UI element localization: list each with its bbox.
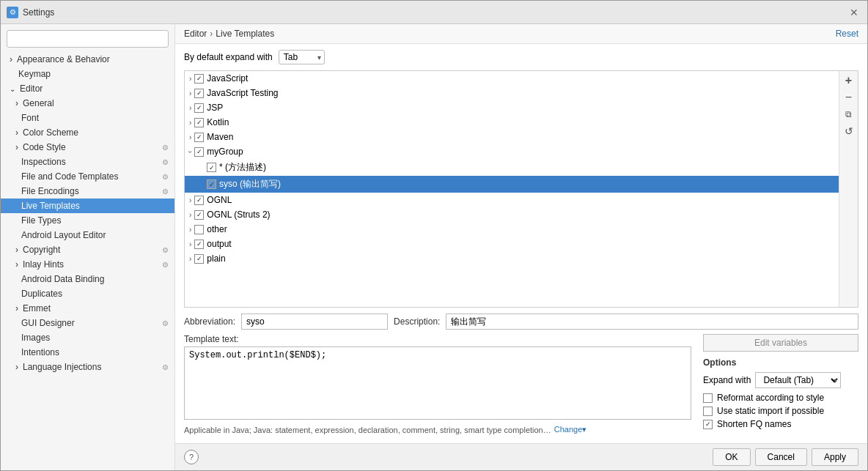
group-maven[interactable]: › Maven bbox=[185, 130, 839, 144]
change-arrow: ▾ bbox=[582, 425, 586, 434]
abbreviation-input[interactable] bbox=[241, 314, 388, 330]
cancel-button[interactable]: Cancel bbox=[755, 448, 807, 466]
expand-arrow-ognl: › bbox=[189, 196, 191, 204]
template-item-syso[interactable]: syso (输出简写) bbox=[185, 176, 839, 193]
sidebar-item-language-injections[interactable]: Language Injections ⚙ bbox=[1, 360, 174, 374]
checkbox-js-testing[interactable] bbox=[194, 89, 204, 98]
group-javascript[interactable]: › JavaScript bbox=[185, 71, 839, 86]
edit-variables-button[interactable]: Edit variables bbox=[703, 334, 858, 352]
apply-button[interactable]: Apply bbox=[812, 448, 858, 466]
sidebar-item-gui-designer[interactable]: GUI Designer ⚙ bbox=[1, 316, 174, 330]
copy-button[interactable]: ⧉ bbox=[841, 106, 857, 122]
sidebar-item-label: Color Scheme bbox=[23, 127, 78, 138]
description-input[interactable] bbox=[446, 314, 858, 330]
group-ognl-struts2[interactable]: › OGNL (Struts 2) bbox=[185, 207, 839, 222]
sidebar-item-android-data-binding[interactable]: Android Data Binding bbox=[1, 272, 174, 286]
sidebar-item-appearance[interactable]: Appearance & Behavior bbox=[1, 52, 174, 67]
checkbox-other[interactable] bbox=[194, 225, 204, 234]
checkbox-maven[interactable] bbox=[194, 133, 204, 142]
shorten-eq-checkbox[interactable] bbox=[703, 420, 713, 429]
checkbox-javascript[interactable] bbox=[194, 74, 204, 84]
sidebar-item-label: Inlay Hints bbox=[23, 259, 64, 270]
checkbox-plain[interactable] bbox=[194, 254, 204, 264]
sidebar-item-general[interactable]: General bbox=[1, 96, 174, 111]
breadcrumb: Editor › Live Templates Reset bbox=[175, 24, 867, 44]
sidebar-item-android-layout-editor[interactable]: Android Layout Editor bbox=[1, 228, 174, 242]
expand-arrow-js-testing: › bbox=[189, 89, 191, 97]
sidebar-item-label: File Encodings bbox=[21, 186, 79, 196]
change-link[interactable]: Change▾ bbox=[554, 425, 587, 434]
checkbox-kotlin[interactable] bbox=[194, 118, 204, 127]
checkbox-mygroup[interactable] bbox=[194, 147, 204, 157]
reformat-checkbox[interactable] bbox=[703, 393, 713, 403]
expand-with-label: By default expand with bbox=[184, 52, 273, 62]
sidebar: Appearance & Behavior Keymap Editor Gene… bbox=[1, 24, 175, 470]
sidebar-item-file-code-templates[interactable]: File and Code Templates ⚙ bbox=[1, 169, 174, 184]
group-output[interactable]: › output bbox=[185, 237, 839, 251]
template-text-label: Template text: bbox=[184, 334, 691, 344]
group-label-javascript: JavaScript bbox=[207, 73, 248, 84]
group-label-plain: plain bbox=[207, 253, 225, 264]
ok-button[interactable]: OK bbox=[713, 448, 750, 466]
checkbox-output[interactable] bbox=[194, 240, 204, 249]
group-other[interactable]: › other bbox=[185, 222, 839, 237]
panel-content: By default expand with Tab Enter Space bbox=[175, 44, 867, 443]
reset-restore-button[interactable]: ↺ bbox=[841, 123, 857, 139]
reformat-option-row: Reformat according to style bbox=[703, 393, 858, 403]
static-import-checkbox[interactable] bbox=[703, 407, 713, 416]
sidebar-item-duplicates[interactable]: Duplicates bbox=[1, 286, 174, 301]
sidebar-item-code-style[interactable]: Code Style ⚙ bbox=[1, 140, 174, 155]
group-ognl[interactable]: › OGNL bbox=[185, 193, 839, 207]
group-label-ognl-struts2: OGNL (Struts 2) bbox=[207, 209, 270, 220]
sidebar-item-file-types[interactable]: File Types bbox=[1, 213, 174, 228]
sidebar-item-emmet[interactable]: Emmet bbox=[1, 301, 174, 316]
template-actions: + − ⧉ ↺ bbox=[839, 71, 858, 307]
add-button[interactable]: + bbox=[841, 73, 857, 89]
gear-icon: ⚙ bbox=[162, 158, 169, 166]
gear-icon: ⚙ bbox=[162, 144, 169, 152]
sidebar-item-label: Emmet bbox=[23, 303, 51, 314]
sidebar-item-images[interactable]: Images bbox=[1, 330, 174, 345]
checkbox-jsp[interactable] bbox=[194, 103, 204, 113]
group-jsp[interactable]: › JSP bbox=[185, 100, 839, 115]
breadcrumb-path: Editor › Live Templates bbox=[184, 29, 274, 39]
close-button[interactable]: ✕ bbox=[847, 5, 861, 20]
checkbox-method-desc[interactable] bbox=[207, 163, 216, 172]
gear-icon: ⚙ bbox=[162, 188, 169, 196]
sidebar-item-intentions[interactable]: Intentions bbox=[1, 345, 174, 360]
options-expand-select[interactable]: Default (Tab) Tab Enter Space bbox=[755, 372, 841, 388]
templates-container: › JavaScript › JavaScript Testing › bbox=[184, 70, 858, 308]
group-plain[interactable]: › plain bbox=[185, 251, 839, 266]
sidebar-item-copyright[interactable]: Copyright ⚙ bbox=[1, 242, 174, 257]
sidebar-item-font[interactable]: Font bbox=[1, 111, 174, 125]
sidebar-item-editor[interactable]: Editor bbox=[1, 81, 174, 96]
sidebar-item-file-encodings[interactable]: File Encodings ⚙ bbox=[1, 184, 174, 199]
group-label-maven: Maven bbox=[207, 132, 233, 142]
abbrev-desc-row: Abbreviation: Description: bbox=[184, 314, 858, 330]
group-javascript-testing[interactable]: › JavaScript Testing bbox=[185, 86, 839, 100]
template-text-area: Template text: System.out.println($END$)… bbox=[184, 334, 858, 437]
group-label-jsp: JSP bbox=[207, 103, 223, 113]
template-textarea[interactable]: System.out.println($END$); bbox=[184, 346, 691, 420]
checkbox-ognl-struts2[interactable] bbox=[194, 210, 204, 220]
checkbox-ognl[interactable] bbox=[194, 196, 204, 205]
gear-icon: ⚙ bbox=[162, 173, 169, 181]
sidebar-item-keymap[interactable]: Keymap bbox=[1, 67, 174, 81]
reset-button[interactable]: Reset bbox=[836, 29, 858, 39]
help-button[interactable]: ? bbox=[184, 450, 199, 464]
sidebar-item-inlay-hints[interactable]: Inlay Hints ⚙ bbox=[1, 257, 174, 272]
sidebar-item-color-scheme[interactable]: Color Scheme bbox=[1, 125, 174, 140]
group-mygroup[interactable]: › myGroup bbox=[185, 144, 839, 159]
group-kotlin[interactable]: › Kotlin bbox=[185, 115, 839, 130]
sidebar-item-live-templates[interactable]: Live Templates bbox=[1, 199, 174, 213]
options-expand-dropdown-wrapper: Default (Tab) Tab Enter Space bbox=[755, 372, 841, 388]
sidebar-item-inspections[interactable]: Inspections ⚙ bbox=[1, 155, 174, 169]
sidebar-item-label: Code Style bbox=[23, 142, 66, 152]
template-item-method-desc[interactable]: * (方法描述) bbox=[185, 159, 839, 176]
remove-button[interactable]: − bbox=[841, 89, 857, 105]
expand-with-select[interactable]: Tab Enter Space bbox=[279, 50, 325, 64]
search-input[interactable] bbox=[7, 30, 169, 48]
expand-arrow-plain: › bbox=[189, 255, 191, 263]
checkbox-syso[interactable] bbox=[207, 179, 216, 189]
applicable-row: Applicable in Java; Java: statement, exp… bbox=[184, 422, 691, 437]
